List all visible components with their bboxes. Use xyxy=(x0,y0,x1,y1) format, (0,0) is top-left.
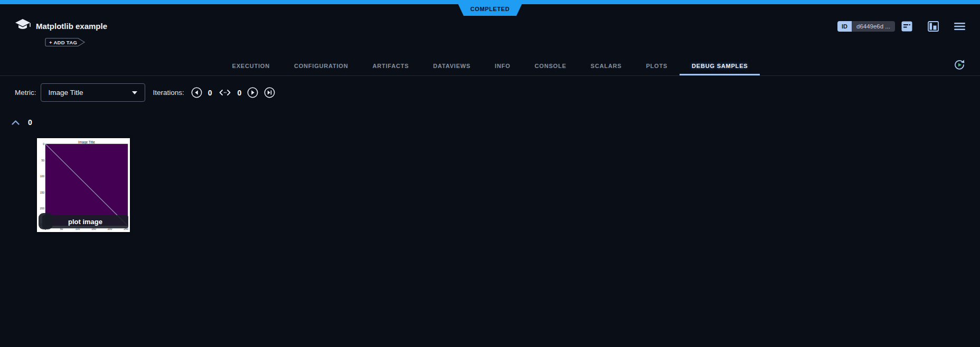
prev-iteration-icon[interactable] xyxy=(191,87,202,98)
id-badge-key: ID xyxy=(837,21,852,32)
chevron-down-icon xyxy=(132,91,137,94)
thumbnail-caption: plot image xyxy=(42,215,128,228)
iterations-label: Iterations: xyxy=(153,89,184,97)
tab-dataviews[interactable]: DATAVIEWS xyxy=(421,56,483,75)
svg-text:150: 150 xyxy=(40,191,45,194)
svg-text:0: 0 xyxy=(43,142,44,146)
layout-columns-icon[interactable] xyxy=(928,21,939,32)
debug-sample-thumbnail[interactable]: Image Title 0 50 100 150 200 250 0 50 10… xyxy=(37,138,130,232)
metric-select[interactable]: Image Title xyxy=(41,83,145,102)
metric-selected-value: Image Title xyxy=(49,89,83,97)
experiment-id-badge[interactable]: ID d6449e6d ... xyxy=(837,21,895,32)
header-actions xyxy=(901,21,965,32)
details-icon[interactable] xyxy=(901,21,912,32)
debug-samples-toolbar: Metric: Image Title Iterations: 0 0 xyxy=(15,83,275,102)
last-iteration-icon[interactable] xyxy=(264,87,275,98)
group-label: 0 xyxy=(28,118,32,127)
tab-scalars[interactable]: SCALARS xyxy=(579,56,634,75)
iteration-range-icon xyxy=(218,87,232,98)
tab-debug-samples[interactable]: DEBUG SAMPLES xyxy=(680,56,760,75)
hamburger-menu-icon[interactable] xyxy=(954,22,965,31)
tab-info[interactable]: INFO xyxy=(483,56,522,75)
svg-text:50: 50 xyxy=(41,159,44,162)
tab-console[interactable]: CONSOLE xyxy=(523,56,579,75)
id-badge-value: d6449e6d ... xyxy=(852,21,895,32)
page-title: Matplotlib example xyxy=(36,22,107,31)
add-tag-label: + ADD TAG xyxy=(49,40,77,45)
experiment-cap-icon xyxy=(14,17,32,35)
iteration-to-value: 0 xyxy=(238,89,242,97)
tab-artifacts[interactable]: ARTIFACTS xyxy=(360,56,421,75)
thumbnail-caption-label: plot image xyxy=(68,218,102,226)
tab-execution[interactable]: EXECUTION xyxy=(220,56,282,75)
tab-bar: EXECUTION CONFIGURATION ARTIFACTS DATAVI… xyxy=(0,56,980,76)
svg-text:100: 100 xyxy=(40,175,45,178)
collapse-group-icon[interactable] xyxy=(11,120,20,126)
next-iteration-icon[interactable] xyxy=(247,87,258,98)
iteration-controls: 0 0 xyxy=(191,87,276,98)
status-ribbon-label: COMPLETED xyxy=(470,6,510,12)
svg-text:200: 200 xyxy=(40,207,45,210)
status-ribbon: COMPLETED xyxy=(456,0,524,16)
plot-title: Image Title xyxy=(78,140,95,144)
iteration-from-value: 0 xyxy=(208,89,212,97)
tab-configuration[interactable]: CONFIGURATION xyxy=(282,56,360,75)
add-tag-button[interactable]: + ADD TAG xyxy=(45,37,86,47)
sample-group-header: 0 xyxy=(11,118,32,127)
tab-plots[interactable]: PLOTS xyxy=(634,56,680,75)
metric-label: Metric: xyxy=(15,89,36,97)
auto-refresh-icon[interactable] xyxy=(953,58,966,74)
